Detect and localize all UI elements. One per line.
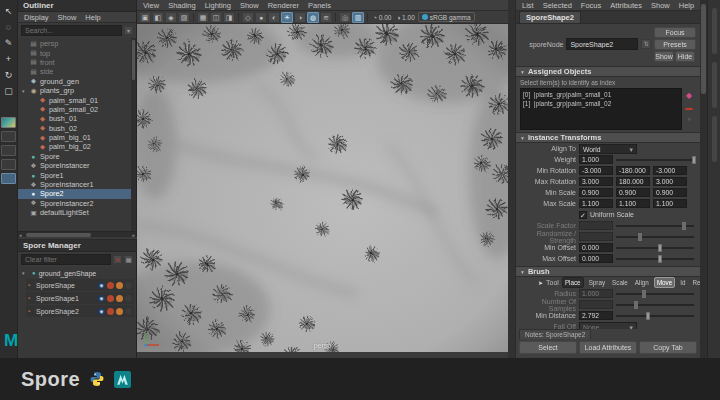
attribute-editor-scrollbar[interactable] (700, 0, 707, 358)
outliner-item-palm_big_01[interactable]: ◆palm_big_01 (18, 133, 136, 142)
tool-place-button[interactable]: Place (562, 277, 584, 288)
status-orange-icon[interactable] (116, 282, 123, 289)
uniform-scale-checkbox[interactable]: ✓ (579, 211, 587, 219)
attribute-editor-menu-help[interactable]: Help (679, 1, 694, 10)
outliner-search-input[interactable] (21, 25, 122, 36)
lighting-icon[interactable]: ☀ (281, 12, 293, 23)
tool-move-button[interactable]: Move (654, 277, 675, 288)
outliner-item-palm_small_01[interactable]: ◆palm_small_01 (18, 95, 136, 104)
value-field[interactable]: -180.000 (616, 166, 650, 175)
viewport-menu-renderer[interactable]: Renderer (268, 1, 299, 10)
four-pane-layout-icon[interactable] (1, 145, 16, 156)
settings-icon[interactable] (125, 295, 132, 302)
film-gate-icon[interactable]: ◫ (210, 12, 222, 23)
outliner-item-side[interactable]: ▤side (18, 67, 136, 76)
spore-manager-root-row[interactable]: ▾ ● ground_genShape (18, 267, 136, 278)
outliner-item-persp[interactable]: ▤persp (18, 39, 136, 48)
value-field[interactable]: 180.000 (616, 177, 650, 186)
outliner-item-plants_grp[interactable]: ▾◉plants_grp (18, 86, 136, 95)
section-header-brush[interactable]: ▼Brush (516, 266, 700, 277)
assigned-objects-list[interactable]: [0] |plants_grp|palm_small_01 [1] |plant… (520, 88, 682, 130)
spore-manager-row-sporeshape[interactable]: ▪SporeShape◉ (26, 279, 134, 291)
attribute-editor-menu-list[interactable]: List (522, 1, 534, 10)
node-swatch-icon[interactable]: ⇅ (641, 39, 651, 49)
eye-icon[interactable]: ◉ (98, 282, 105, 289)
outliner-menu-show[interactable]: Show (58, 13, 77, 22)
node-name-input[interactable] (566, 38, 638, 50)
value-field[interactable]: 1.100 (616, 199, 650, 208)
shaded-icon[interactable]: ● (255, 12, 267, 23)
show-button[interactable]: Show (654, 51, 674, 62)
viewport-canvas[interactable] (137, 24, 508, 352)
eye-icon[interactable]: ◉ (98, 295, 105, 302)
shadows-icon[interactable]: ◑ (294, 12, 306, 23)
isolate-select-icon[interactable]: ◎ (339, 12, 351, 23)
value-field[interactable]: 2.792 (579, 311, 613, 320)
focus-button[interactable]: Focus (654, 27, 696, 38)
scale-tool-icon[interactable]: ▢ (2, 84, 15, 97)
clear-objects-icon[interactable]: ● (687, 115, 691, 122)
add-object-icon[interactable]: ◆ (686, 91, 692, 100)
split-pane-layout-icon[interactable] (1, 159, 16, 170)
xray-icon[interactable]: ▥ (352, 12, 364, 23)
window-icon[interactable]: ▦ (124, 255, 133, 264)
notes-label[interactable]: Notes: SporeShape2 (519, 329, 591, 339)
tool-scale-button[interactable]: Scale (610, 278, 630, 287)
textured-icon[interactable]: ◐ (268, 12, 280, 23)
viewport-menu-show[interactable]: Show (240, 1, 259, 10)
spore-manager-row-sporeshape2[interactable]: ▪SporeShape2◉ (26, 305, 134, 317)
status-orange-icon[interactable] (116, 295, 123, 302)
remove-object-icon[interactable]: ▬ (686, 104, 693, 111)
clear-filter-icon[interactable]: ✕ (113, 255, 122, 264)
attribute-editor-menu-focus[interactable]: Focus (581, 1, 601, 10)
tool-align-button[interactable]: Align (633, 278, 651, 287)
grid-icon[interactable]: ▦ (197, 12, 209, 23)
image-plane-icon[interactable]: ▨ (178, 12, 190, 23)
single-pane-layout-icon[interactable] (1, 131, 16, 142)
motion-blur-icon[interactable]: ≋ (320, 12, 332, 23)
viewport-menu-panels[interactable]: Panels (308, 1, 331, 10)
outliner-item-sporeinstancer[interactable]: ❖SporeInstancer (18, 161, 136, 170)
outliner-item-spore1[interactable]: ●Spore1 (18, 170, 136, 179)
exposure-value[interactable]: ◔ 0.00 (371, 14, 393, 21)
hide-button[interactable]: Hide (675, 51, 695, 62)
tab-sporeshape2[interactable]: SporeShape2 (519, 11, 581, 23)
outliner-item-defaultlightset[interactable]: ▣defaultLightSet (18, 208, 136, 217)
slider-handle[interactable] (646, 312, 650, 320)
settings-icon[interactable] (125, 282, 132, 289)
outliner-vertical-scrollbar[interactable] (131, 38, 136, 231)
align-to-dropdown[interactable]: World▾ (579, 144, 637, 154)
outliner-item-front[interactable]: ▤front (18, 58, 136, 67)
tool-id-button[interactable]: Id (678, 278, 687, 287)
viewport-menu-lighting[interactable]: Lighting (205, 1, 231, 10)
attribute-editor-menu-selected[interactable]: Selected (543, 1, 572, 10)
fall-off-dropdown[interactable]: None▾ (579, 322, 637, 330)
section-header-instance-transforms[interactable]: ▼Instance Transforms (516, 132, 700, 143)
value-field[interactable]: 1.000 (579, 155, 613, 164)
slider-handle[interactable] (658, 255, 662, 263)
resolution-gate-icon[interactable]: ◨ (223, 12, 235, 23)
bookmark-icon[interactable]: ◈ (165, 12, 177, 23)
move-tool-icon[interactable]: + (2, 52, 15, 65)
panel-divider[interactable] (508, 0, 515, 358)
status-red-icon[interactable] (107, 308, 114, 315)
gamma-value[interactable]: ◑ 1.00 (394, 14, 416, 21)
slider[interactable] (616, 254, 696, 263)
attribute-editor-menu-attributes[interactable]: Attributes (610, 1, 642, 10)
lasso-tool-icon[interactable]: ◌ (2, 20, 15, 33)
value-field[interactable]: 3.000 (579, 177, 613, 186)
slider-handle[interactable] (658, 244, 662, 252)
sidebar-tab-attribute-editor[interactable] (712, 8, 717, 54)
outliner-item-top[interactable]: ▤top (18, 48, 136, 57)
outliner-item-ground_gen[interactable]: ◆ground_gen (18, 77, 136, 86)
select-tool-icon[interactable]: ↖ (2, 4, 15, 17)
attribute-editor-menu-show[interactable]: Show (651, 1, 670, 10)
value-field[interactable]: 0.900 (653, 188, 687, 197)
viewport-menu-view[interactable]: View (143, 1, 159, 10)
value-field[interactable]: 1.100 (653, 199, 687, 208)
copy-tab-button[interactable]: Copy Tab (639, 341, 697, 354)
value-field[interactable]: -3.000 (579, 166, 613, 175)
outliner-item-bush_01[interactable]: ◆bush_01 (18, 114, 136, 123)
select-button[interactable]: Select (519, 341, 577, 354)
sidebar-tab-tool-settings[interactable] (712, 62, 717, 108)
